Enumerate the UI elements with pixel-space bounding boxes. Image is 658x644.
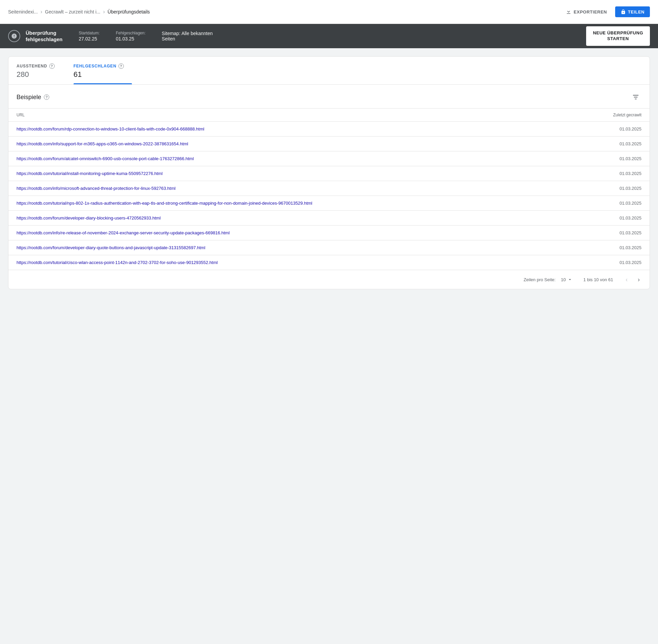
table-row: https://rootdb.com/info/support-for-m365… bbox=[8, 137, 650, 152]
date-cell: 01.03.2025 bbox=[619, 245, 641, 250]
start-date-field: Startdatum: 27.02.25 bbox=[79, 31, 100, 42]
table-row: https://rootdb.com/tutorial/nps-802-1x-r… bbox=[8, 196, 650, 211]
table-row: https://rootdb.com/tutorial/cisco-wlan-a… bbox=[8, 255, 650, 270]
col-url-header: URL bbox=[17, 113, 25, 117]
examples-title-text: Beispiele bbox=[17, 94, 41, 101]
main-content: AUSSTEHEND ? 280 FEHLGESCHLAGEN ? 61 Bei… bbox=[0, 48, 658, 297]
url-cell[interactable]: https://rootdb.com/info/re-release-of-no… bbox=[17, 230, 619, 235]
share-label: TEILEN bbox=[628, 9, 644, 15]
table-row: https://rootdb.com/tutorial/install-moni… bbox=[8, 166, 650, 181]
url-cell[interactable]: https://rootdb.com/forum/alcatel-omniswi… bbox=[17, 156, 619, 161]
start-date-label: Startdatum: bbox=[79, 31, 100, 36]
page-nav: ‹ › bbox=[621, 274, 644, 285]
col-date-header: Zuletzt gecrawlt bbox=[613, 113, 641, 117]
rows-per-page-label: Zeilen pro Seite: bbox=[524, 277, 556, 282]
failed-date-field: Fehlgeschlagen: 01.03.25 bbox=[116, 31, 146, 42]
date-cell: 01.03.2025 bbox=[619, 141, 641, 146]
failed-date-label: Fehlgeschlagen: bbox=[116, 31, 146, 36]
download-icon bbox=[566, 9, 572, 15]
main-card: AUSSTEHEND ? 280 FEHLGESCHLAGEN ? 61 Bei… bbox=[8, 56, 650, 289]
url-cell[interactable]: https://rootdb.com/tutorial/cisco-wlan-a… bbox=[17, 260, 619, 265]
tabs-row: AUSSTEHEND ? 280 FEHLGESCHLAGEN ? 61 bbox=[8, 56, 650, 85]
date-cell: 01.03.2025 bbox=[619, 171, 641, 176]
breadcrumb-sep-1: › bbox=[41, 9, 42, 15]
date-cell: 01.03.2025 bbox=[619, 156, 641, 161]
failed-date-value: 01.03.25 bbox=[116, 36, 146, 42]
export-label: EXPORTIEREN bbox=[574, 9, 607, 15]
fehlgeschlagen-help-icon[interactable]: ? bbox=[118, 63, 124, 69]
tab-ausstehend[interactable]: AUSSTEHEND ? 280 bbox=[17, 56, 63, 84]
examples-title: Beispiele ? bbox=[17, 94, 49, 101]
breadcrumb-actions: EXPORTIEREN TEILEN bbox=[562, 6, 650, 18]
tab-fehlgeschlagen-count: 61 bbox=[73, 70, 124, 79]
sitemap-value: Sitemap: Alle bekanntenSeiten bbox=[162, 31, 213, 42]
status-title: Überprüfungfehlgeschlagen bbox=[26, 30, 62, 43]
prev-page-button[interactable]: ‹ bbox=[621, 274, 632, 285]
breadcrumb-item-3: Überprüfungsdetails bbox=[108, 9, 150, 15]
share-button[interactable]: TEILEN bbox=[615, 6, 650, 17]
table-header: URL Zuletzt gecrawlt bbox=[8, 109, 650, 122]
url-cell[interactable]: https://rootdb.com/info/microsoft-advanc… bbox=[17, 186, 619, 191]
status-icon bbox=[8, 30, 20, 42]
next-page-button[interactable]: › bbox=[633, 274, 644, 285]
url-cell[interactable]: https://rootdb.com/forum/rdp-connection-… bbox=[17, 127, 619, 132]
url-cell[interactable]: https://rootdb.com/tutorial/nps-802-1x-r… bbox=[17, 201, 619, 206]
tab-fehlgeschlagen[interactable]: FEHLGESCHLAGEN ? 61 bbox=[73, 56, 132, 84]
table-row: https://rootdb.com/forum/rdp-connection-… bbox=[8, 122, 650, 137]
table-row: https://rootdb.com/info/microsoft-advanc… bbox=[8, 181, 650, 196]
url-cell[interactable]: https://rootdb.com/forum/developer-diary… bbox=[17, 215, 619, 221]
breadcrumb: Seitenindexi... › Gecrawlt – zurzeit nic… bbox=[0, 0, 658, 24]
breadcrumb-item-1[interactable]: Seitenindexi... bbox=[8, 9, 38, 15]
examples-header: Beispiele ? bbox=[8, 85, 650, 109]
chevron-down-icon bbox=[567, 277, 573, 282]
tab-fehlgeschlagen-label: FEHLGESCHLAGEN bbox=[73, 64, 116, 68]
table-row: https://rootdb.com/forum/alcatel-omniswi… bbox=[8, 152, 650, 166]
breadcrumb-item-2[interactable]: Gecrawlt – zurzeit nicht i... bbox=[45, 9, 100, 15]
start-date-value: 27.02.25 bbox=[79, 36, 100, 42]
date-cell: 01.03.2025 bbox=[619, 230, 641, 235]
url-cell[interactable]: https://rootdb.com/info/support-for-m365… bbox=[17, 141, 619, 146]
table-row: https://rootdb.com/forum/developer-diary… bbox=[8, 240, 650, 255]
examples-help-icon[interactable]: ? bbox=[44, 94, 49, 100]
tab-ausstehend-count: 280 bbox=[17, 70, 55, 79]
date-cell: 01.03.2025 bbox=[619, 215, 641, 221]
rows-per-page-select[interactable]: 10 bbox=[558, 275, 575, 283]
filter-button[interactable] bbox=[630, 91, 641, 103]
date-cell: 01.03.2025 bbox=[619, 201, 641, 206]
date-cell: 01.03.2025 bbox=[619, 186, 641, 191]
url-cell[interactable]: https://rootdb.com/tutorial/install-moni… bbox=[17, 171, 619, 176]
table-body: https://rootdb.com/forum/rdp-connection-… bbox=[8, 122, 650, 270]
table-row: https://rootdb.com/info/re-release-of-no… bbox=[8, 226, 650, 240]
date-cell: 01.03.2025 bbox=[619, 127, 641, 132]
tab-ausstehend-label: AUSSTEHEND bbox=[17, 64, 47, 68]
new-check-button[interactable]: NEUE ÜBERPRÜFUNGSTARTEN bbox=[586, 26, 650, 46]
ausstehend-help-icon[interactable]: ? bbox=[49, 63, 55, 69]
lock-icon bbox=[620, 9, 626, 15]
pagination-row: Zeilen pro Seite: 10 1 bis 10 von 61 ‹ › bbox=[8, 270, 650, 289]
filter-icon bbox=[632, 93, 639, 101]
url-cell[interactable]: https://rootdb.com/forum/developer-diary… bbox=[17, 245, 619, 250]
breadcrumb-sep-2: › bbox=[103, 9, 105, 15]
export-button[interactable]: EXPORTIEREN bbox=[562, 6, 611, 18]
page-info: 1 bis 10 von 61 bbox=[584, 277, 613, 282]
table-row: https://rootdb.com/forum/developer-diary… bbox=[8, 211, 650, 226]
rows-per-page-value: 10 bbox=[561, 277, 566, 282]
status-bar: Überprüfungfehlgeschlagen Startdatum: 27… bbox=[0, 24, 658, 48]
rows-per-page: Zeilen pro Seite: 10 bbox=[524, 275, 575, 283]
sitemap-field: Sitemap: Alle bekanntenSeiten bbox=[162, 31, 213, 42]
date-cell: 01.03.2025 bbox=[619, 260, 641, 265]
